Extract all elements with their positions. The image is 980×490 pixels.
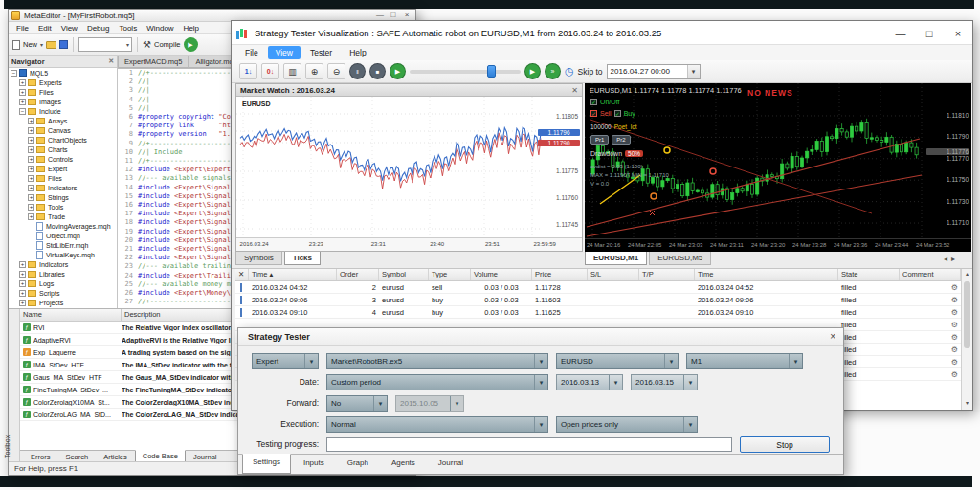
gear-icon[interactable]: ⚙ xyxy=(900,358,961,367)
column-comment[interactable]: Comment xyxy=(900,269,961,280)
tree-item-files[interactable]: +Files xyxy=(9,87,117,97)
tree-item-scripts[interactable]: +Scripts xyxy=(9,288,117,298)
navigator-close-icon[interactable]: ✕ xyxy=(108,57,114,65)
orders-scrollbar[interactable]: ▴ ▾ xyxy=(961,269,972,410)
expander-icon[interactable]: + xyxy=(19,89,26,96)
market-watch-header[interactable]: Market Watch : 2016.03.24 ✕ xyxy=(236,84,582,97)
menu-item-file[interactable]: File xyxy=(11,23,33,33)
tree-item-trade[interactable]: +Trade xyxy=(9,212,117,221)
tree-item-indicators[interactable]: +Indicators xyxy=(9,259,117,269)
tree-item-charts[interactable]: +Charts xyxy=(9,145,117,154)
expander-icon[interactable]: + xyxy=(19,300,26,306)
tree-item-expert[interactable]: +Expert xyxy=(9,164,117,173)
dialog-tab-inputs[interactable]: Inputs xyxy=(293,455,335,474)
menu-item-tester[interactable]: Tester xyxy=(302,46,340,59)
expander-icon[interactable]: + xyxy=(28,127,34,134)
tree-item-files[interactable]: +Files xyxy=(9,173,117,183)
step-zero-icon[interactable]: 0↓ xyxy=(261,63,279,79)
table-row[interactable]: 2016.03.24 09:104eurusdbuy0.03 / 0.031.1… xyxy=(235,306,961,319)
tree-item-stdliberr-mqh[interactable]: StdLibErr.mqh xyxy=(9,240,117,250)
dialog-tab-journal[interactable]: Journal xyxy=(428,455,474,474)
expander-icon[interactable]: + xyxy=(19,271,26,278)
column-symbol[interactable]: Symbol xyxy=(379,269,429,280)
chevron-down-icon[interactable]: ▾ xyxy=(304,354,318,368)
slider-thumb[interactable] xyxy=(487,65,496,78)
main-chart-panel[interactable]: EURUSD,M1 1.11774 1.11778 1.11774 1.1177… xyxy=(585,83,971,252)
gear-icon[interactable]: ⚙ xyxy=(900,283,961,292)
menu-item-view[interactable]: View xyxy=(56,23,82,33)
gear-icon[interactable]: ⚙ xyxy=(900,345,961,354)
tree-item-images[interactable]: +Images xyxy=(9,97,117,106)
tree-item-include[interactable]: −Include xyxy=(9,106,117,116)
market-watch-close-icon[interactable]: ✕ xyxy=(571,86,578,95)
date-mode-combo[interactable]: Custom period▾ xyxy=(326,374,548,390)
tree-item-chartobjects[interactable]: +ChartObjects xyxy=(9,135,117,145)
menu-item-help[interactable]: Help xyxy=(342,46,373,59)
new-file-icon[interactable] xyxy=(12,40,20,50)
expander-icon[interactable]: + xyxy=(28,156,34,163)
step-one-tick-icon[interactable]: 1↓ xyxy=(239,63,257,79)
dialog-tab-agents[interactable]: Agents xyxy=(381,455,426,474)
menu-item-file[interactable]: File xyxy=(237,46,266,59)
expander-icon[interactable]: + xyxy=(28,204,34,211)
scrollbar-thumb[interactable] xyxy=(964,281,970,348)
period-combo[interactable]: M1▾ xyxy=(686,353,803,369)
column-t-p[interactable]: T/P xyxy=(639,269,695,280)
column-price[interactable]: Price xyxy=(532,269,588,280)
table-row[interactable]: 2016.03.24 04:522eurusdsell0.03 / 0.031.… xyxy=(235,281,961,294)
tree-item-virtualkeys-mqh[interactable]: VirtualKeys.mqh xyxy=(9,250,117,259)
column-volume[interactable]: Volume xyxy=(471,269,532,280)
tree-item-logs[interactable]: +Logs xyxy=(9,278,117,288)
speed-slider[interactable] xyxy=(410,63,521,79)
expert-file-combo[interactable]: Market\RobotBR.ex5▾ xyxy=(326,353,548,369)
debug-play-icon[interactable]: ▶ xyxy=(184,37,198,52)
forward-mode-combo[interactable]: No▾ xyxy=(326,395,388,412)
column-order[interactable]: Order xyxy=(337,269,379,280)
tree-item-libraries[interactable]: +Libraries xyxy=(9,269,117,278)
onoff-checkbox[interactable]: ✓ xyxy=(590,99,597,105)
expander-icon[interactable]: − xyxy=(11,70,17,77)
column-name[interactable]: Name xyxy=(20,309,122,321)
tree-item-projects[interactable]: +Projects xyxy=(9,298,117,307)
gear-icon[interactable]: ⚙ xyxy=(900,296,961,304)
tester-viz-titlebar[interactable]: Strategy Tester Visualization : SAFE Aut… xyxy=(232,21,972,45)
tree-item-controls[interactable]: +Controls xyxy=(9,154,117,164)
gear-icon[interactable]: ⚙ xyxy=(900,321,961,329)
menu-item-view[interactable]: View xyxy=(268,46,301,59)
open-folder-icon[interactable] xyxy=(46,41,56,49)
scroll-up-icon[interactable]: ▴ xyxy=(962,269,972,279)
stop-icon[interactable]: ■ xyxy=(369,63,386,79)
expander-icon[interactable]: + xyxy=(19,290,26,297)
expander-icon[interactable]: − xyxy=(19,108,26,115)
dialog-tab-graph[interactable]: Graph xyxy=(337,455,379,474)
dialog-tab-settings[interactable]: Settings xyxy=(242,454,291,474)
chart-mode-icon[interactable]: ▥ xyxy=(283,63,301,79)
tree-item-object-mqh[interactable]: Object.mqh xyxy=(9,231,117,240)
compile-button[interactable]: Compile xyxy=(154,40,181,49)
menu-item-edit[interactable]: Edit xyxy=(33,23,56,33)
gear-icon[interactable]: ⚙ xyxy=(900,308,961,317)
sell-checkbox[interactable]: ✓ xyxy=(590,110,597,117)
chevron-down-icon[interactable]: ▾ xyxy=(534,417,547,432)
maximize-icon[interactable]: □ xyxy=(915,21,944,45)
skip-to-date-combo[interactable]: 2016.04.27 00:00 ▾ xyxy=(607,64,701,79)
tab-scroll-arrows[interactable]: ◂▸ xyxy=(944,255,959,263)
chevron-down-icon[interactable]: ▾ xyxy=(373,396,387,411)
chevron-down-icon[interactable]: ▾ xyxy=(664,354,678,368)
expander-icon[interactable]: + xyxy=(28,118,34,124)
dialog-close-icon[interactable]: × xyxy=(830,331,835,342)
expander-icon[interactable]: + xyxy=(28,137,34,144)
pr2-button[interactable]: Pr2 xyxy=(612,135,630,145)
tree-item-arrays[interactable]: +Arrays xyxy=(9,116,117,125)
menu-item-tools[interactable]: Tools xyxy=(114,23,142,33)
scroll-down-icon[interactable]: ▾ xyxy=(962,398,972,409)
new-button[interactable]: New xyxy=(23,40,37,49)
tree-item-indicators[interactable]: +Indicators xyxy=(9,183,117,192)
fast-forward-icon[interactable]: ▶ xyxy=(524,63,541,79)
menu-item-window[interactable]: Window xyxy=(142,23,178,33)
expander-icon[interactable]: + xyxy=(19,79,26,86)
column-s-l[interactable]: S/L xyxy=(588,269,639,280)
column-type[interactable]: Type xyxy=(429,269,471,280)
chevron-down-icon[interactable]: ▾ xyxy=(683,417,697,432)
tree-item-experts[interactable]: +Experts xyxy=(9,78,117,87)
